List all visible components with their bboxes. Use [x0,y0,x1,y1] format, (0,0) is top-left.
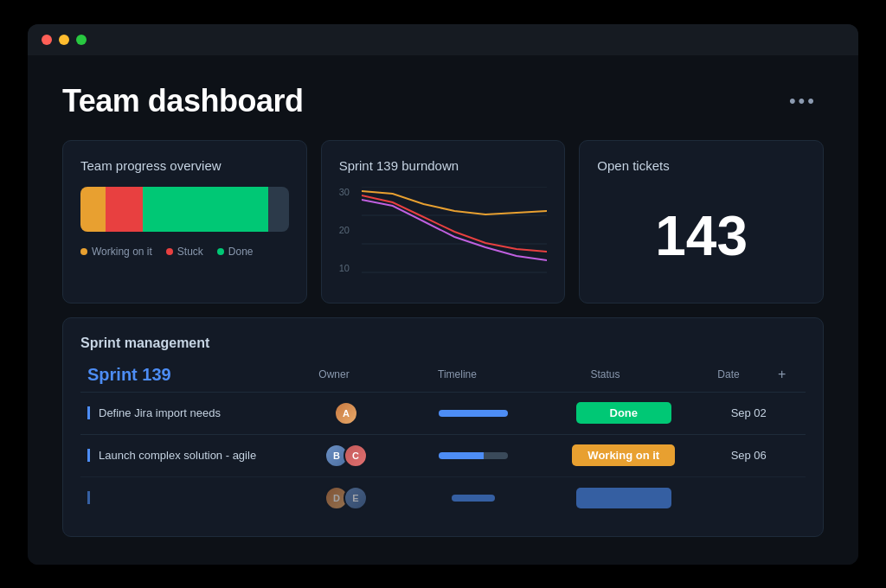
col-header-timeline: Timeline [383,368,531,380]
row-owner: B C [299,444,399,468]
row-task-name: Launch complex solution - agile [87,449,299,462]
page-title: Team dashboard [62,83,303,119]
more-options-button[interactable]: ••• [782,86,824,116]
row-date: Sep 02 [698,406,799,419]
progress-bar-container [80,187,289,232]
status-badge [576,488,671,508]
col-header-owner: Owner [285,368,383,380]
status-badge: Working on it [572,444,675,466]
row-timeline [399,410,549,417]
y-label-30: 30 [339,187,350,197]
row-timeline [399,452,549,459]
row-owner: A [299,401,399,425]
legend-working: Working on it [80,246,152,258]
legend-dot-stuck [166,248,173,255]
legend-dot-done [217,248,224,255]
segment-working [80,187,106,232]
add-row-button[interactable]: + [778,367,799,382]
legend-done: Done [217,246,254,258]
legend-label-done: Done [228,246,254,258]
avatar-group: B C [330,444,368,468]
chart-y-labels: 30 20 10 [339,187,355,273]
titlebar [28,24,858,55]
burndown-chart: 30 20 10 [339,187,548,273]
row-timeline [399,495,549,502]
avatar: A [334,401,358,425]
table-row: Launch complex solution - agile B C Work… [80,434,806,476]
burndown-card-title: Sprint 139 burndown [339,158,548,173]
y-label-20: 20 [339,225,350,235]
timeline-bar [439,452,508,459]
sprint-header-row: Sprint 139 Owner Timeline Status Date + [80,365,806,385]
avatar-group: D E [330,486,368,510]
y-label-10: 10 [339,263,350,273]
progress-bar-track [80,187,289,232]
row-owner: D E [299,486,399,510]
cards-row: Team progress overview Working on it [62,140,824,304]
sprint-management-title: Sprint management [80,336,806,351]
tickets-card-title: Open tickets [597,158,806,173]
sprint-name: Sprint 139 [87,365,285,385]
col-header-status: Status [531,368,679,380]
segment-empty [268,187,289,232]
avatar: E [343,486,368,510]
timeline-bar [439,410,508,417]
burndown-card: Sprint 139 burndown 30 20 10 [321,140,566,304]
progress-overview-card: Team progress overview Working on it [62,140,307,304]
avatar: C [343,444,368,468]
row-task-name [87,491,299,504]
burndown-svg [362,187,548,273]
legend-dot-working [80,248,87,255]
minimize-dot[interactable] [59,35,69,45]
page-header: Team dashboard ••• [62,83,824,119]
sprint-management-card: Sprint management Sprint 139 Owner Timel… [62,317,824,537]
chart-svg-wrap [362,187,548,273]
app-window: Team dashboard ••• Team progress overvie… [28,24,858,565]
legend-label-stuck: Stuck [177,246,203,258]
table-row: D E [80,476,806,519]
status-badge: Done [576,402,671,424]
row-status: Done [549,402,698,424]
progress-legend: Working on it Stuck Done [80,246,289,258]
legend-stuck: Stuck [166,246,203,258]
avatar-group: A [339,401,358,425]
segment-stuck [106,187,143,232]
legend-label-working: Working on it [92,246,152,258]
open-tickets-card: Open tickets 143 [579,140,824,304]
maximize-dot[interactable] [76,35,87,45]
ticket-count: 143 [597,187,806,285]
close-dot[interactable] [42,35,52,45]
row-date: Sep 06 [698,449,799,462]
progress-card-title: Team progress overview [80,158,289,173]
col-header-date: Date [679,368,778,380]
row-status [549,488,698,508]
timeline-bar [452,495,495,502]
main-content: Team dashboard ••• Team progress overvie… [28,55,858,565]
table-row: Define Jira import needs A Done Sep 02 [80,392,806,434]
segment-done [143,187,267,232]
row-status: Working on it [549,444,698,466]
row-task-name: Define Jira import needs [87,406,299,419]
